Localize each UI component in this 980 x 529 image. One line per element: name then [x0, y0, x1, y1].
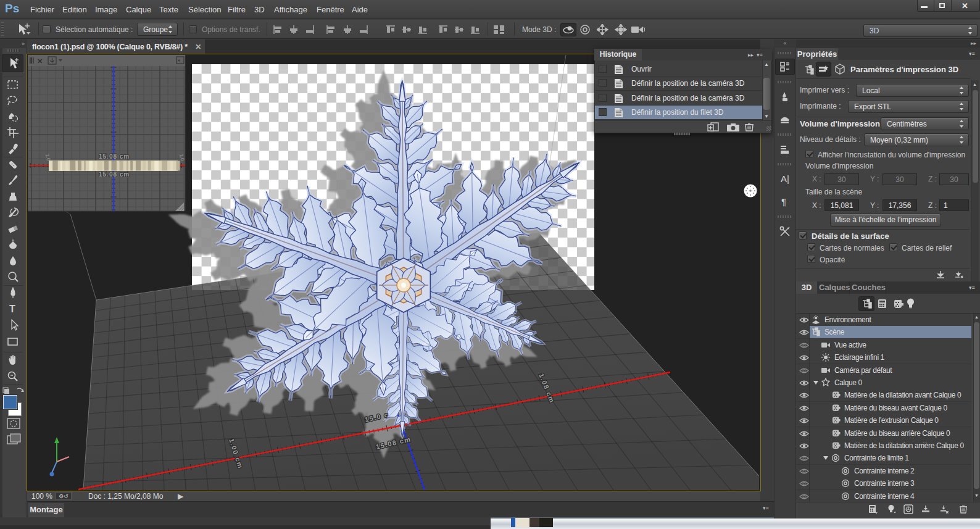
svg-text:¶: ¶: [781, 196, 786, 207]
svg-text:15.08 cm: 15.08 cm: [99, 171, 130, 178]
svg-text:T: T: [9, 304, 15, 314]
svg-text:15.08 cm: 15.08 cm: [99, 153, 130, 160]
svg-text:A|: A|: [781, 173, 789, 184]
svg-text:✕: ✕: [37, 57, 43, 65]
